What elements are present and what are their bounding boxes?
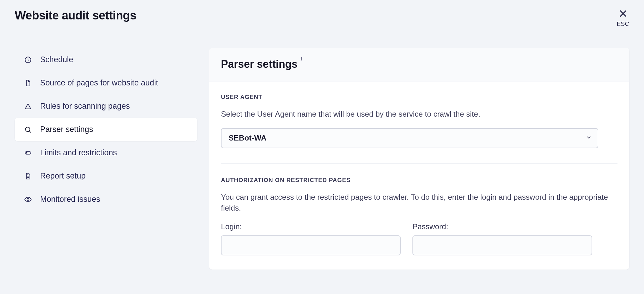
clock-icon xyxy=(24,56,32,64)
main-panel: Parser settings i USER AGENT Select the … xyxy=(209,48,629,270)
user-agent-description: Select the User Agent name that will be … xyxy=(221,109,617,120)
authorization-description: You can grant access to the restricted p… xyxy=(221,192,617,214)
triangle-icon xyxy=(24,103,32,110)
password-label: Password: xyxy=(412,222,592,231)
login-input[interactable] xyxy=(221,235,401,255)
sidebar-item-label: Rules for scanning pages xyxy=(40,102,130,111)
sidebar-item-label: Monitored issues xyxy=(40,195,100,204)
sidebar-item-limits[interactable]: Limits and restrictions xyxy=(15,141,197,164)
eye-icon xyxy=(24,196,32,203)
page-title: Website audit settings xyxy=(15,9,136,22)
login-label: Login: xyxy=(221,222,401,231)
sidebar-item-parser[interactable]: Parser settings xyxy=(15,118,197,141)
close-label: ESC xyxy=(617,21,629,27)
svg-point-4 xyxy=(27,198,29,200)
sidebar-item-label: Report setup xyxy=(40,171,86,181)
authorization-section: AUTHORIZATION ON RESTRICTED PAGES You ca… xyxy=(221,177,617,255)
authorization-label: AUTHORIZATION ON RESTRICTED PAGES xyxy=(221,177,617,184)
close-button[interactable]: ESC xyxy=(617,9,629,27)
sidebar-item-rules[interactable]: Rules for scanning pages xyxy=(15,95,197,118)
sidebar-item-label: Parser settings xyxy=(40,125,93,134)
sidebar-item-source[interactable]: Source of pages for website audit xyxy=(15,71,197,95)
section-divider xyxy=(221,163,617,164)
sidebar-item-label: Schedule xyxy=(40,55,73,64)
close-icon xyxy=(618,9,628,19)
user-agent-selected-value: SEBot-WA xyxy=(229,133,267,143)
page-icon xyxy=(24,79,32,87)
svg-point-3 xyxy=(26,152,27,153)
sidebar-item-label: Limits and restrictions xyxy=(40,148,117,157)
sidebar: ScheduleSource of pages for website audi… xyxy=(15,48,197,270)
sidebar-item-monitored[interactable]: Monitored issues xyxy=(15,188,197,211)
svg-rect-2 xyxy=(25,151,31,154)
user-agent-section: USER AGENT Select the User Agent name th… xyxy=(221,94,617,148)
sidebar-item-label: Source of pages for website audit xyxy=(40,78,158,87)
panel-header: Parser settings i xyxy=(209,48,629,82)
user-agent-label: USER AGENT xyxy=(221,94,617,100)
info-icon[interactable]: i xyxy=(300,56,302,62)
panel-title: Parser settings i xyxy=(221,58,302,70)
svg-point-1 xyxy=(25,127,30,131)
sidebar-item-report[interactable]: Report setup xyxy=(15,164,197,188)
sidebar-item-schedule[interactable]: Schedule xyxy=(15,48,197,71)
toggle-icon xyxy=(24,149,32,157)
password-input[interactable] xyxy=(412,235,592,255)
magnifier-icon xyxy=(24,126,32,133)
report-icon xyxy=(24,172,32,180)
user-agent-select[interactable]: SEBot-WA xyxy=(221,128,598,148)
panel-title-text: Parser settings xyxy=(221,58,298,70)
